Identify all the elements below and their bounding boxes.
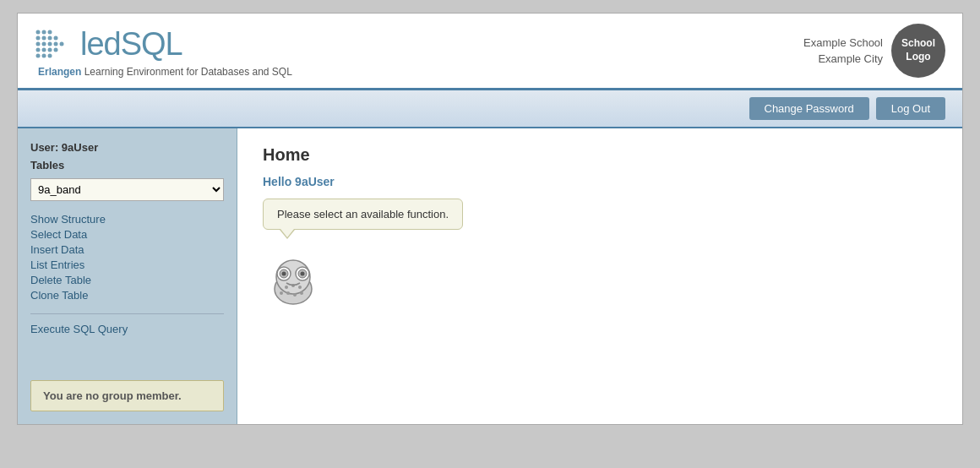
sidebar-inner: User: 9aUser Tables 9a_band Show Structu… <box>18 128 237 348</box>
main-window: ledSQL Erlangen Learning Environment for… <box>17 13 963 425</box>
nav-bar: Change Password Log Out <box>18 90 962 128</box>
svg-point-30 <box>286 291 290 295</box>
svg-point-14 <box>48 48 52 52</box>
svg-point-25 <box>282 272 286 276</box>
execute-sql-link[interactable]: Execute SQL Query <box>30 323 128 335</box>
school-line2: Example City <box>803 51 883 68</box>
main-content: User: 9aUser Tables 9a_band Show Structu… <box>18 128 962 424</box>
svg-point-4 <box>42 36 46 41</box>
delete-table-link[interactable]: Delete Table <box>30 274 91 286</box>
svg-point-10 <box>54 42 58 46</box>
svg-point-3 <box>36 36 41 41</box>
sidebar-item-select-data: Select Data <box>30 228 224 241</box>
hello-text: Hello 9aUser <box>263 175 937 188</box>
logo-area: ledSQL Erlangen Learning Environment for… <box>35 24 292 78</box>
show-structure-link[interactable]: Show Structure <box>30 213 106 226</box>
logo-text: ledSQL <box>80 26 182 63</box>
clone-table-link[interactable]: Clone Table <box>30 289 88 302</box>
svg-point-7 <box>36 42 41 46</box>
mascot-icon <box>263 253 324 314</box>
change-password-button[interactable]: Change Password <box>749 97 869 120</box>
bubble-text: Please select an available function. <box>277 208 449 220</box>
svg-point-31 <box>293 293 297 297</box>
svg-point-15 <box>54 48 58 52</box>
sidebar-item-show-structure: Show Structure <box>30 213 224 226</box>
svg-point-0 <box>36 30 41 35</box>
logo-title: ledSQL <box>35 24 292 64</box>
svg-point-6 <box>54 36 58 41</box>
svg-point-11 <box>60 42 64 46</box>
logo-subtitle-rest: Learning Environment for Databases and S… <box>81 66 291 78</box>
svg-point-1 <box>42 30 46 35</box>
sidebar-item-insert-data: Insert Data <box>30 243 224 256</box>
list-entries-link[interactable]: List Entries <box>30 258 84 271</box>
svg-point-16 <box>36 54 41 58</box>
svg-point-13 <box>42 48 46 52</box>
log-out-button[interactable]: Log Out <box>876 97 945 120</box>
svg-point-12 <box>36 48 41 52</box>
svg-point-27 <box>285 286 288 289</box>
select-data-link[interactable]: Select Data <box>30 228 87 241</box>
sidebar-execute: Execute SQL Query <box>30 323 224 335</box>
page-title: Home <box>263 145 937 165</box>
svg-point-2 <box>48 30 52 35</box>
header: ledSQL Erlangen Learning Environment for… <box>18 14 962 90</box>
logo-dots-icon <box>35 24 75 64</box>
school-logo-badge: SchoolLogo <box>891 24 945 78</box>
sidebar-tables-label: Tables <box>30 159 224 171</box>
school-area: Example School Example City SchoolLogo <box>803 24 945 78</box>
sidebar-item-delete-table: Delete Table <box>30 274 224 286</box>
svg-point-8 <box>42 42 46 46</box>
speech-bubble: Please select an available function. <box>263 199 463 230</box>
school-info: Example School Example City <box>803 35 883 68</box>
sidebar-divider <box>30 313 224 314</box>
svg-point-32 <box>280 291 283 295</box>
sidebar-user-label: User: 9aUser <box>30 141 224 154</box>
svg-point-17 <box>42 54 46 58</box>
school-line1: Example School <box>803 35 883 52</box>
sidebar-item-list-entries: List Entries <box>30 258 224 271</box>
logo-subtitle-bold: Erlangen <box>38 66 81 78</box>
table-select[interactable]: 9a_band <box>30 178 224 201</box>
svg-point-33 <box>300 291 303 295</box>
logo-subtitle: Erlangen Learning Environment for Databa… <box>35 66 292 78</box>
svg-point-29 <box>298 286 302 289</box>
sidebar-menu: Show Structure Select Data Insert Data L… <box>30 213 224 302</box>
sidebar: User: 9aUser Tables 9a_band Show Structu… <box>18 128 237 424</box>
svg-point-18 <box>48 54 52 58</box>
svg-point-26 <box>301 272 305 276</box>
insert-data-link[interactable]: Insert Data <box>30 243 84 256</box>
svg-point-5 <box>48 36 52 41</box>
sidebar-item-clone-table: Clone Table <box>30 289 224 302</box>
group-member-box: You are no group member. <box>30 380 224 411</box>
svg-point-9 <box>48 42 52 46</box>
right-panel: Home Hello 9aUser Please select an avail… <box>237 128 962 424</box>
